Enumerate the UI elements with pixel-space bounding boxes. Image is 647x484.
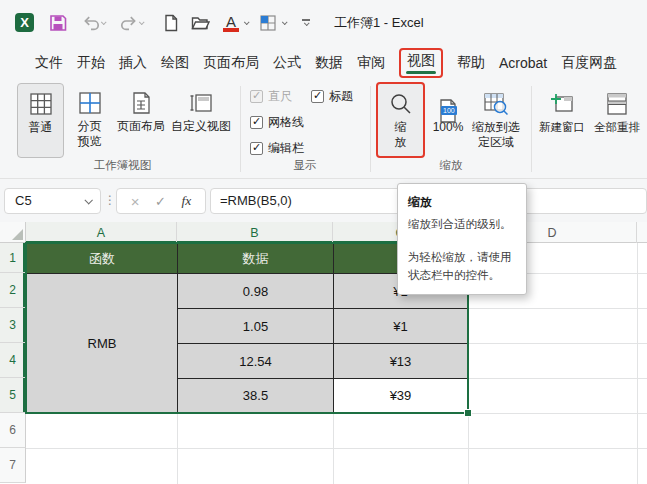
cell-c4[interactable]: ¥13 bbox=[334, 344, 467, 379]
formula-bar-checkbox[interactable]: 编辑栏 bbox=[250, 140, 304, 157]
row-header-5[interactable]: 5 bbox=[0, 378, 26, 413]
undo-button[interactable] bbox=[81, 11, 105, 35]
title-bar: X bbox=[0, 0, 647, 45]
normal-view-button[interactable]: 普通 bbox=[17, 83, 64, 158]
cell-a1[interactable]: 函数 bbox=[27, 244, 178, 274]
undo-icon bbox=[81, 13, 101, 33]
cell-b5[interactable]: 38.5 bbox=[178, 379, 334, 412]
cell-b2[interactable]: 0.98 bbox=[178, 274, 334, 309]
tab-baidu-netdisk[interactable]: 百度网盘 bbox=[561, 50, 617, 76]
page-break-preview-button[interactable]: 分页预览 bbox=[66, 83, 113, 149]
cell-c5-active[interactable]: ¥39 bbox=[334, 379, 467, 412]
headings-label: 标题 bbox=[329, 88, 353, 105]
gridlines-checkbox[interactable]: 网格线 bbox=[250, 114, 304, 131]
undo-dropdown-icon[interactable] bbox=[101, 19, 107, 25]
window-title: 工作簿1 - Excel bbox=[334, 14, 424, 32]
headings-checkbox-icon[interactable] bbox=[311, 90, 324, 103]
custom-views-icon bbox=[188, 90, 214, 116]
tab-view-active[interactable]: 视图 bbox=[399, 48, 443, 78]
enter-icon[interactable]: ✓ bbox=[155, 194, 166, 209]
new-document-button[interactable] bbox=[161, 11, 181, 35]
row-header-1[interactable]: 1 bbox=[0, 243, 26, 273]
borders-dropdown-icon[interactable] bbox=[282, 19, 288, 25]
zoom-100-button[interactable]: 100 100% bbox=[429, 84, 467, 135]
gridlines-checkbox-icon[interactable] bbox=[250, 116, 263, 129]
page-break-preview-icon bbox=[77, 90, 103, 116]
tab-page-layout[interactable]: 页面布局 bbox=[203, 50, 259, 76]
tooltip-title: 缩放 bbox=[408, 193, 518, 211]
tab-view-label: 视图 bbox=[407, 52, 435, 68]
font-color-dropdown-icon[interactable] bbox=[244, 19, 250, 25]
zoom-button[interactable]: 缩放 bbox=[376, 82, 425, 158]
select-all-button[interactable] bbox=[0, 222, 26, 243]
formula-text: =RMB(B5,0) bbox=[220, 189, 292, 213]
cancel-icon[interactable]: × bbox=[131, 193, 140, 210]
formula-bar-checkbox-icon[interactable] bbox=[250, 142, 263, 155]
row-header-4[interactable]: 4 bbox=[0, 343, 26, 378]
cell-b4[interactable]: 12.54 bbox=[178, 344, 334, 379]
zoom-100-icon: 100 bbox=[435, 91, 461, 117]
ruler-checkbox-icon bbox=[250, 90, 263, 103]
normal-view-icon bbox=[28, 91, 54, 117]
name-box[interactable]: C5 bbox=[4, 188, 101, 214]
formula-controls: × ✓ fx bbox=[116, 188, 206, 214]
tab-home[interactable]: 开始 bbox=[77, 50, 105, 76]
tab-draw[interactable]: 绘图 bbox=[161, 50, 189, 76]
save-button[interactable] bbox=[48, 11, 68, 35]
excel-window: X bbox=[0, 0, 647, 484]
cell-b3[interactable]: 1.05 bbox=[178, 309, 334, 344]
cell-c3[interactable]: ¥1 bbox=[334, 309, 467, 344]
open-folder-icon bbox=[190, 13, 210, 33]
worksheet-grid: A B C D 1 2 3 4 5 6 7 函数 数据 RMB 0.98 1.0… bbox=[0, 222, 647, 484]
row-header-3[interactable]: 3 bbox=[0, 308, 26, 343]
arrange-all-label: 全部重排 bbox=[594, 120, 640, 134]
tooltip-hint: 为轻松缩放，请使用状态栏中的控件。 bbox=[408, 249, 518, 284]
headings-checkbox[interactable]: 标题 bbox=[311, 88, 353, 105]
borders-grid-icon bbox=[258, 13, 278, 33]
custom-views-label: 自定义视图 bbox=[171, 119, 231, 134]
cell-a2-a5-merged[interactable]: RMB bbox=[27, 274, 178, 412]
borders-button[interactable] bbox=[258, 11, 286, 35]
tab-data[interactable]: 数据 bbox=[315, 50, 343, 76]
tab-acrobat[interactable]: Acrobat bbox=[499, 51, 547, 75]
tooltip-description: 缩放到合适的级别。 bbox=[408, 216, 518, 233]
fill-handle[interactable] bbox=[464, 409, 472, 417]
custom-views-button[interactable]: 自定义视图 bbox=[168, 83, 234, 134]
page-layout-view-button[interactable]: 页面布局 bbox=[113, 83, 169, 134]
gridline bbox=[26, 413, 647, 414]
quick-access-overflow-button[interactable] bbox=[302, 11, 310, 35]
zoom-magnifier-icon bbox=[388, 91, 414, 117]
open-file-button[interactable] bbox=[190, 11, 210, 35]
zoom-tooltip: 缩放 缩放到合适的级别。 为轻松缩放，请使用状态栏中的控件。 bbox=[397, 183, 527, 295]
new-window-button[interactable]: 新建窗口 bbox=[536, 84, 588, 134]
name-box-dropdown-icon[interactable] bbox=[84, 196, 92, 204]
new-document-icon bbox=[161, 13, 181, 33]
arrange-all-button[interactable]: 全部重排 bbox=[590, 84, 644, 134]
formula-bar: C5 ⋮ × ✓ fx =RMB(B5,0) bbox=[0, 180, 647, 222]
column-header-a[interactable]: A bbox=[26, 222, 177, 243]
tab-formulas[interactable]: 公式 bbox=[273, 50, 301, 76]
cell-b1[interactable]: 数据 bbox=[178, 244, 334, 274]
column-header-b[interactable]: B bbox=[177, 222, 333, 243]
new-window-icon bbox=[549, 91, 575, 117]
row-header-2[interactable]: 2 bbox=[0, 273, 26, 308]
tab-insert[interactable]: 插入 bbox=[119, 50, 147, 76]
tab-help[interactable]: 帮助 bbox=[457, 50, 485, 76]
redo-button[interactable] bbox=[119, 11, 143, 35]
tab-review[interactable]: 审阅 bbox=[357, 50, 385, 76]
font-color-button[interactable]: A bbox=[222, 11, 248, 35]
ruler-label: 直尺 bbox=[268, 88, 292, 105]
tab-file[interactable]: 文件 bbox=[35, 50, 63, 76]
row-header-7[interactable]: 7 bbox=[0, 448, 26, 483]
save-icon bbox=[48, 13, 68, 33]
zoom-to-selection-button[interactable]: 缩放到选定区域 bbox=[467, 84, 525, 150]
insert-function-icon[interactable]: fx bbox=[181, 193, 191, 209]
group-divider bbox=[531, 86, 532, 172]
page-break-preview-label: 分页预览 bbox=[77, 119, 103, 149]
redo-dropdown-icon[interactable] bbox=[139, 19, 145, 25]
zoom-button-label: 缩放 bbox=[393, 120, 408, 150]
font-color-swatch bbox=[223, 28, 239, 32]
group-divider bbox=[370, 86, 371, 172]
overflow-chevron-icon bbox=[304, 20, 310, 26]
row-header-6[interactable]: 6 bbox=[0, 413, 26, 448]
